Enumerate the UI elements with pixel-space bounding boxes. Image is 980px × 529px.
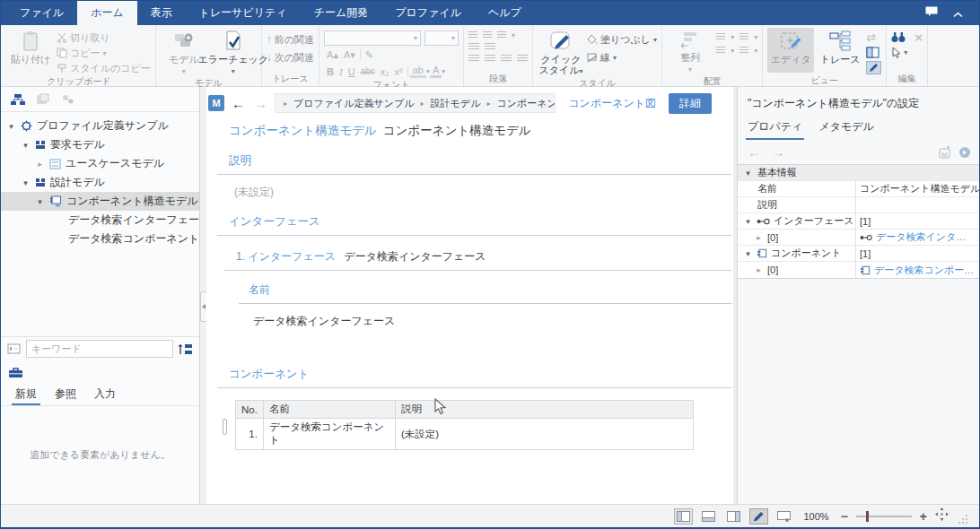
property-value-component-count[interactable]: [1] [855, 246, 979, 261]
keyword-search-input[interactable] [26, 340, 173, 358]
next-relation-button[interactable]: ↓ 次の関連 [267, 50, 314, 65]
property-value-description[interactable] [855, 197, 979, 212]
font-size-select[interactable]: ▾ [424, 30, 459, 46]
grow-font-button[interactable]: A▴ [324, 49, 341, 61]
decrease-indent-icon[interactable] [468, 43, 479, 51]
section-expander-icon[interactable]: ▾ [743, 169, 753, 178]
italic-button[interactable]: I [337, 66, 346, 77]
zoom-out-button[interactable]: − [839, 510, 850, 523]
tree-item-data-search-interface[interactable]: データ検索インターフェース [1, 211, 199, 230]
style-copy-button[interactable]: スタイルのコピー [57, 61, 151, 75]
detail-button[interactable]: 詳細 [669, 93, 712, 114]
subscript-button[interactable]: x₂ [378, 66, 392, 77]
toggle-left-panel-icon[interactable] [674, 508, 693, 525]
model-button[interactable]: モデル▾ [161, 28, 207, 77]
interface-link[interactable]: データ検索インターフェース:イ… [876, 230, 976, 244]
prev-relation-button[interactable]: ↑ 前の関連 [267, 32, 314, 47]
format-brush-statusbar-icon[interactable] [749, 508, 768, 525]
quick-style-button[interactable]: クイックスタイル▾ [538, 28, 584, 77]
line-button[interactable]: 線▾ [587, 50, 657, 65]
highlight-color-button[interactable]: ab [410, 65, 426, 78]
metamodel-edit-icon[interactable]: M [939, 146, 952, 159]
tree-item-usecase-model[interactable]: ▸ ユースケースモデル [1, 154, 199, 173]
tab-traceability[interactable]: トレーサビリティ [186, 1, 301, 25]
tree-item-data-search-component[interactable]: データ検索コンポーネント [1, 230, 199, 248]
tab-home[interactable]: ホーム [77, 1, 137, 25]
navigate-to-model-icon[interactable] [958, 146, 971, 159]
format-brush-toggle-icon[interactable] [866, 61, 881, 74]
expander-icon[interactable]: ▾ [21, 178, 31, 187]
name-value[interactable]: データ検索インターフェース [253, 314, 733, 329]
split-columns-icon[interactable] [866, 47, 879, 58]
tab-properties[interactable]: プロパティ [748, 119, 802, 140]
shrink-font-button[interactable]: A▾ [341, 49, 358, 61]
interface-item[interactable]: 1. インターフェース データ検索インターフェース [236, 249, 733, 264]
property-row-description[interactable]: 説明 [738, 197, 979, 213]
presentation-mode-icon[interactable] [774, 508, 793, 525]
property-row-component[interactable]: ▾ コンポーネント [1] [738, 246, 979, 262]
tree-item-project[interactable]: ▾ プロファイル定義サンプル [1, 117, 199, 135]
expander-icon[interactable]: ▾ [6, 122, 16, 131]
component-link[interactable]: データ検索コンポーネント:コン… [874, 264, 976, 277]
strikethrough-button[interactable]: abc [358, 66, 378, 76]
trace-view-button[interactable]: トレース [817, 28, 863, 65]
tab-metamodel[interactable]: メタモデル [818, 119, 873, 140]
duplicate-icon[interactable] [37, 93, 50, 105]
row-expander-icon[interactable]: ▸ [754, 233, 764, 242]
row-expander-icon[interactable]: ▾ [743, 249, 753, 258]
prop-back-button[interactable]: ← [746, 145, 763, 159]
description-value[interactable]: (未設定) [234, 185, 733, 200]
increase-indent-icon[interactable] [485, 43, 495, 51]
font-color-button[interactable]: A [430, 65, 442, 78]
align-justify-icon[interactable] [517, 55, 528, 63]
toolbox-tab-reference[interactable]: 参照 [46, 384, 85, 405]
order-icon[interactable] [716, 47, 725, 55]
forward-button[interactable]: → [252, 97, 269, 110]
editor-view-button[interactable]: エディタ [767, 28, 814, 73]
row-expander-icon[interactable]: ▾ [743, 217, 753, 226]
numbered-list-icon[interactable] [483, 31, 492, 39]
tree-item-design-model[interactable]: ▾ 設計モデル [1, 173, 199, 192]
component-diagram-link[interactable]: コンポーネント図 [568, 96, 656, 111]
delete-icon[interactable]: × [914, 32, 923, 43]
zoom-slider-handle[interactable] [866, 511, 869, 522]
toolbox-tab-input[interactable]: 入力 [85, 384, 125, 405]
property-value-interface-0[interactable]: データ検索インターフェース:イ… [855, 230, 979, 245]
toggle-right-panel-icon[interactable] [724, 508, 743, 525]
font-family-select[interactable]: ▾ [324, 30, 421, 46]
property-value-component-0[interactable]: データ検索コンポーネント:コン… [855, 262, 979, 278]
zoom-slider[interactable] [856, 516, 912, 517]
tab-file[interactable]: ファイル [6, 1, 77, 25]
copy-button[interactable]: コピー▾ [57, 46, 151, 60]
breadcrumb-item-project[interactable]: プロファイル定義サンプル [293, 97, 415, 110]
expander-icon[interactable]: ▾ [35, 197, 45, 206]
bullet-list-icon[interactable] [468, 31, 477, 39]
search-binoculars-icon[interactable] [891, 31, 906, 43]
superscript-button[interactable]: x² [392, 66, 406, 77]
expander-icon[interactable]: ▸ [35, 160, 45, 169]
underline-button[interactable]: U [346, 66, 358, 77]
property-value-name[interactable]: コンポーネント構造モデル [855, 181, 979, 196]
group-icon[interactable] [716, 33, 725, 41]
tree-item-component-structure-model[interactable]: ▾ コンポーネント構造モデル [1, 192, 199, 211]
swap-panes-icon[interactable]: ⇄ [866, 31, 881, 44]
breadcrumb-item-design-model[interactable]: 設計モデル [431, 97, 481, 110]
sidebar-splitter[interactable] [200, 87, 206, 504]
bold-button[interactable]: B [324, 66, 337, 77]
tab-team[interactable]: チーム開発 [301, 1, 382, 25]
breadcrumb-item-component-model[interactable]: コンポーネント構造モデル [496, 97, 556, 110]
breadcrumb[interactable]: ▸ プロファイル定義サンプル ▸ 設計モデル ▸ コンポーネント構造モデル ▸ [275, 93, 556, 113]
table-row[interactable]: 1. データ検索コンポーネント (未設定) [236, 419, 694, 450]
align-center-icon[interactable] [485, 55, 495, 63]
collapse-ribbon-icon[interactable] [953, 5, 963, 22]
cut-button[interactable]: 切り取り [57, 30, 151, 45]
row-selector-handle[interactable] [223, 419, 227, 435]
toggle-bottom-panel-icon[interactable] [699, 508, 718, 525]
property-row-component-0[interactable]: ▸ [0] データ検索コンポーネント:コン… [738, 262, 979, 278]
align-right-icon[interactable] [501, 55, 512, 63]
prop-forward-button[interactable]: → [770, 145, 787, 159]
back-button[interactable]: ← [230, 97, 247, 110]
search-scope-icon[interactable] [178, 343, 193, 356]
tab-help[interactable]: ヘルプ [475, 1, 535, 25]
feedback-icon[interactable] [924, 5, 939, 22]
